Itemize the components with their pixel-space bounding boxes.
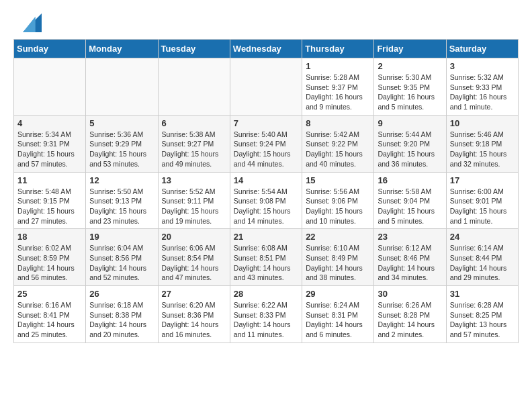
day-number: 16 [378,175,442,185]
day-number: 12 [89,175,154,185]
day-info: Sunrise: 6:20 AMSunset: 8:36 PMDaylight:… [162,300,226,340]
weekday-monday: Monday [86,40,158,58]
day-number: 19 [89,232,154,242]
day-number: 8 [306,118,370,128]
day-info: Sunrise: 5:44 AMSunset: 9:20 PMDaylight:… [378,130,442,169]
day-info: Sunrise: 6:02 AMSunset: 8:59 PMDaylight:… [17,243,82,283]
calendar-cell: 1Sunrise: 5:28 AMSunset: 9:37 PMDaylight… [302,58,374,116]
calendar-cell: 24Sunrise: 6:14 AMSunset: 8:44 PMDayligh… [446,229,518,286]
day-info: Sunrise: 5:50 AMSunset: 9:13 PMDaylight:… [89,187,154,226]
day-info: Sunrise: 5:58 AMSunset: 9:04 PMDaylight:… [378,187,442,226]
day-info: Sunrise: 6:28 AMSunset: 8:25 PMDaylight:… [450,300,515,340]
calendar-cell: 12Sunrise: 5:50 AMSunset: 9:13 PMDayligh… [86,172,158,229]
day-info: Sunrise: 5:56 AMSunset: 9:06 PMDaylight:… [306,187,370,226]
calendar-cell: 3Sunrise: 5:32 AMSunset: 9:33 PMDaylight… [446,58,518,116]
day-info: Sunrise: 6:04 AMSunset: 8:56 PMDaylight:… [89,243,154,283]
week-row-1: 1Sunrise: 5:28 AMSunset: 9:37 PMDaylight… [14,58,519,116]
calendar-cell: 2Sunrise: 5:30 AMSunset: 9:35 PMDaylight… [374,58,446,116]
day-info: Sunrise: 6:10 AMSunset: 8:49 PMDaylight:… [306,243,370,283]
svg-marker-1 [23,17,36,32]
day-info: Sunrise: 5:52 AMSunset: 9:11 PMDaylight:… [162,187,226,226]
day-info: Sunrise: 6:22 AMSunset: 8:33 PMDaylight:… [234,300,298,340]
day-info: Sunrise: 6:24 AMSunset: 8:31 PMDaylight:… [306,300,370,340]
day-info: Sunrise: 5:48 AMSunset: 9:15 PMDaylight:… [17,187,82,226]
calendar-cell: 21Sunrise: 6:08 AMSunset: 8:51 PMDayligh… [230,229,302,286]
calendar-cell: 18Sunrise: 6:02 AMSunset: 8:59 PMDayligh… [14,229,86,286]
day-info: Sunrise: 6:26 AMSunset: 8:28 PMDaylight:… [378,300,442,340]
weekday-tuesday: Tuesday [158,40,230,58]
day-number: 1 [306,61,370,71]
day-info: Sunrise: 5:28 AMSunset: 9:37 PMDaylight:… [306,73,370,112]
logo [13,13,42,32]
weekday-thursday: Thursday [302,40,374,58]
calendar-cell: 11Sunrise: 5:48 AMSunset: 9:15 PMDayligh… [14,172,86,229]
day-number: 22 [306,232,370,242]
day-info: Sunrise: 6:06 AMSunset: 8:54 PMDaylight:… [162,243,226,283]
day-info: Sunrise: 6:00 AMSunset: 9:01 PMDaylight:… [450,187,515,226]
day-info: Sunrise: 5:38 AMSunset: 9:27 PMDaylight:… [162,130,226,169]
day-number: 10 [450,118,515,128]
day-number: 20 [162,232,226,242]
calendar-cell: 16Sunrise: 5:58 AMSunset: 9:04 PMDayligh… [374,172,446,229]
day-info: Sunrise: 6:18 AMSunset: 8:38 PMDaylight:… [89,300,154,340]
day-number: 21 [234,232,298,242]
day-number: 15 [306,175,370,185]
day-number: 3 [450,61,515,71]
weekday-saturday: Saturday [446,40,518,58]
day-number: 9 [378,118,442,128]
week-row-2: 4Sunrise: 5:34 AMSunset: 9:31 PMDaylight… [14,115,519,172]
day-info: Sunrise: 5:30 AMSunset: 9:35 PMDaylight:… [378,73,442,112]
day-info: Sunrise: 6:14 AMSunset: 8:44 PMDaylight:… [450,243,515,283]
day-number: 14 [234,175,298,185]
day-number: 23 [378,232,442,242]
calendar-cell: 30Sunrise: 6:26 AMSunset: 8:28 PMDayligh… [374,286,446,343]
calendar-cell: 7Sunrise: 5:40 AMSunset: 9:24 PMDaylight… [230,115,302,172]
day-info: Sunrise: 5:32 AMSunset: 9:33 PMDaylight:… [450,73,515,112]
day-number: 28 [234,289,298,299]
day-info: Sunrise: 5:46 AMSunset: 9:18 PMDaylight:… [450,130,515,169]
calendar-cell: 23Sunrise: 6:12 AMSunset: 8:46 PMDayligh… [374,229,446,286]
day-number: 17 [450,175,515,185]
day-number: 25 [17,289,82,299]
calendar-cell: 19Sunrise: 6:04 AMSunset: 8:56 PMDayligh… [86,229,158,286]
day-number: 24 [450,232,515,242]
calendar-cell: 17Sunrise: 6:00 AMSunset: 9:01 PMDayligh… [446,172,518,229]
calendar-cell: 27Sunrise: 6:20 AMSunset: 8:36 PMDayligh… [158,286,230,343]
day-number: 31 [450,289,515,299]
weekday-wednesday: Wednesday [230,40,302,58]
calendar-cell: 29Sunrise: 6:24 AMSunset: 8:31 PMDayligh… [302,286,374,343]
day-number: 2 [378,61,442,71]
calendar-cell: 4Sunrise: 5:34 AMSunset: 9:31 PMDaylight… [14,115,86,172]
calendar-cell: 26Sunrise: 6:18 AMSunset: 8:38 PMDayligh… [86,286,158,343]
calendar-cell [158,58,230,116]
week-row-5: 25Sunrise: 6:16 AMSunset: 8:41 PMDayligh… [14,286,519,343]
calendar-cell: 6Sunrise: 5:38 AMSunset: 9:27 PMDaylight… [158,115,230,172]
day-info: Sunrise: 5:36 AMSunset: 9:29 PMDaylight:… [89,130,154,169]
day-info: Sunrise: 5:54 AMSunset: 9:08 PMDaylight:… [234,187,298,226]
day-info: Sunrise: 5:42 AMSunset: 9:22 PMDaylight:… [306,130,370,169]
day-info: Sunrise: 6:08 AMSunset: 8:51 PMDaylight:… [234,243,298,283]
calendar-cell [86,58,158,116]
calendar-cell: 10Sunrise: 5:46 AMSunset: 9:18 PMDayligh… [446,115,518,172]
day-number: 4 [17,118,82,128]
calendar-cell: 13Sunrise: 5:52 AMSunset: 9:11 PMDayligh… [158,172,230,229]
day-number: 27 [162,289,226,299]
weekday-friday: Friday [374,40,446,58]
day-number: 30 [378,289,442,299]
calendar-cell: 22Sunrise: 6:10 AMSunset: 8:49 PMDayligh… [302,229,374,286]
calendar-cell: 20Sunrise: 6:06 AMSunset: 8:54 PMDayligh… [158,229,230,286]
calendar-cell: 9Sunrise: 5:44 AMSunset: 9:20 PMDaylight… [374,115,446,172]
day-number: 7 [234,118,298,128]
calendar-cell: 28Sunrise: 6:22 AMSunset: 8:33 PMDayligh… [230,286,302,343]
day-info: Sunrise: 5:34 AMSunset: 9:31 PMDaylight:… [17,130,82,169]
day-number: 6 [162,118,226,128]
weekday-sunday: Sunday [14,40,86,58]
logo-icon [23,13,42,32]
day-info: Sunrise: 6:12 AMSunset: 8:46 PMDaylight:… [378,243,442,283]
calendar-cell [230,58,302,116]
calendar-cell [14,58,86,116]
week-row-3: 11Sunrise: 5:48 AMSunset: 9:15 PMDayligh… [14,172,519,229]
page-header [13,13,519,32]
day-info: Sunrise: 6:16 AMSunset: 8:41 PMDaylight:… [17,300,82,340]
day-number: 11 [17,175,82,185]
